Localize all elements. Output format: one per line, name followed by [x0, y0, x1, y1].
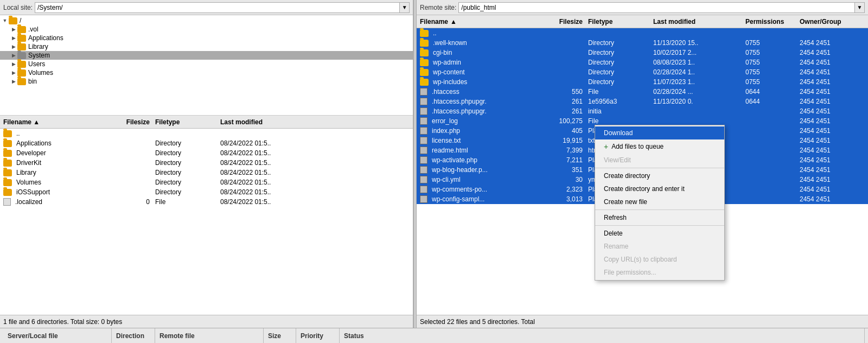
- folder-icon-iossupport: [3, 189, 12, 196]
- remote-file-row-wpadmin[interactable]: wp-admin Directory 08/08/2023 1.. 0755 2…: [417, 58, 868, 67]
- local-file-row-developer[interactable]: Developer Directory 08/24/2022 01:5..: [0, 148, 413, 158]
- tree-item-library[interactable]: ▶ Library: [0, 42, 413, 51]
- tree-toggle-applications[interactable]: ▶: [10, 34, 17, 42]
- local-col-filetype[interactable]: Filetype: [155, 118, 220, 126]
- ctx-item-create-file[interactable]: Create new file: [595, 195, 724, 208]
- transfer-bar: Server/Local file Direction Remote file …: [0, 328, 868, 343]
- remote-col-filename[interactable]: Filename ▲: [420, 18, 545, 26]
- file-icon-errorlog: [420, 117, 427, 125]
- folder-icon-driverkit: [3, 160, 12, 167]
- remote-col-lastmod[interactable]: Last modified: [653, 18, 745, 26]
- remote-file-row-htaccess[interactable]: .htaccess 550 File 02/28/2024 ... 0644 2…: [417, 87, 868, 97]
- file-icon-wpconfigsample: [420, 195, 427, 203]
- local-col-filesize[interactable]: Filesize: [112, 118, 155, 126]
- folder-icon-system: [17, 52, 26, 59]
- file-icon-licensetxt: [420, 137, 427, 144]
- folder-icon-remote-parent: [420, 30, 429, 37]
- main-container: Local site: ▼ ▼ / ▶ .vol: [0, 0, 868, 343]
- ctx-item-delete[interactable]: Delete: [595, 227, 724, 240]
- remote-file-row-htaccess-phpupgr1[interactable]: .htaccess.phpupgr. 261 1e5956a3 11/13/20…: [417, 97, 868, 106]
- ctx-item-add-to-queue[interactable]: + Add files to queue: [595, 139, 724, 154]
- remote-file-row-parent[interactable]: ..: [417, 28, 868, 38]
- transfer-col-remote: Remote file: [155, 328, 264, 343]
- remote-file-row-htaccess-phpupgr2[interactable]: .htaccess.phpupgr. 261 initia 2454 2451: [417, 106, 868, 116]
- local-file-row-applications[interactable]: Applications Directory 08/24/2022 01:5..: [0, 138, 413, 148]
- local-file-row-parent[interactable]: ..: [0, 129, 413, 138]
- tree-toggle-system[interactable]: ▶: [10, 52, 17, 59]
- tree-item-users[interactable]: ▶ Users: [0, 60, 413, 68]
- remote-file-row-wpcontent[interactable]: wp-content Directory 02/28/2024 1.. 0755…: [417, 67, 868, 77]
- ctx-item-view-edit: View/Edit: [595, 154, 724, 167]
- tree-label-applications: Applications: [28, 34, 63, 42]
- ctx-item-create-dir[interactable]: Create directory: [595, 169, 724, 182]
- tree-toggle-bin[interactable]: ▶: [10, 78, 17, 85]
- remote-file-row-cgibin[interactable]: cgi-bin Directory 10/02/2017 2... 0755 2…: [417, 48, 868, 58]
- ctx-item-file-perms: File permissions...: [595, 266, 724, 279]
- local-col-lastmod[interactable]: Last modified: [220, 118, 410, 126]
- folder-icon-volumes-file: [3, 179, 12, 186]
- tree-item-applications[interactable]: ▶ Applications: [0, 34, 413, 42]
- folder-icon-cgibin: [420, 49, 429, 56]
- folder-icon-wpincludes: [420, 79, 429, 86]
- tree-label-vol: .vol: [28, 26, 39, 33]
- folder-icon-wellknown: [420, 40, 429, 47]
- file-icon-htaccess-phpupgr1: [420, 98, 427, 105]
- plus-icon: +: [604, 142, 608, 151]
- local-panel: Local site: ▼ ▼ / ▶ .vol: [0, 0, 413, 328]
- context-menu: Download + Add files to queue View/Edit …: [595, 125, 725, 281]
- tree-toggle-vol[interactable]: ▶: [10, 26, 17, 33]
- ctx-sep3: [595, 225, 724, 226]
- folder-icon-applications-file: [3, 140, 12, 147]
- remote-site-path[interactable]: [458, 2, 855, 13]
- tree-toggle-root[interactable]: ▼: [1, 17, 9, 24]
- file-icon-wpactivate: [420, 156, 427, 164]
- tree-label-users: Users: [28, 60, 45, 68]
- remote-file-row-wpincludes[interactable]: wp-includes Directory 11/07/2023 1.. 075…: [417, 77, 868, 87]
- transfer-col-status: Status: [340, 328, 865, 343]
- remote-file-row-wellknown[interactable]: .well-known Directory 11/13/2020 15.. 07…: [417, 38, 868, 48]
- remote-col-filetype[interactable]: Filetype: [588, 18, 653, 26]
- remote-site-bar: Remote site: ▼: [417, 0, 868, 15]
- local-file-row-iossupport[interactable]: iOSSupport Directory 08/24/2022 01:5..: [0, 187, 413, 197]
- tree-item-volumes[interactable]: ▶ Volumes: [0, 68, 413, 77]
- file-icon-localized: [3, 198, 11, 206]
- transfer-col-direction: Direction: [112, 328, 155, 343]
- tree-toggle-library[interactable]: ▶: [10, 43, 17, 50]
- local-file-list-header: Filename ▲ Filesize Filetype Last modifi…: [0, 116, 413, 129]
- remote-col-permissions[interactable]: Permissions: [745, 18, 800, 26]
- remote-file-list-header: Filename ▲ Filesize Filetype Last modifi…: [417, 15, 868, 28]
- local-status-bar: 1 file and 6 directories. Total size: 0 …: [0, 315, 413, 328]
- tree-toggle-users[interactable]: ▶: [10, 60, 17, 68]
- tree-label-bin: bin: [28, 78, 37, 85]
- tree-item-root[interactable]: ▼ /: [0, 16, 413, 25]
- tree-item-system[interactable]: ▶ System: [0, 51, 413, 60]
- local-site-label: Local site:: [3, 4, 33, 11]
- local-col-filename[interactable]: Filename ▲: [3, 118, 112, 126]
- ctx-item-create-dir-enter[interactable]: Create directory and enter it: [595, 182, 724, 195]
- folder-icon-applications: [17, 35, 26, 42]
- local-site-dropdown-btn[interactable]: ▼: [400, 2, 410, 13]
- tree-item-vol[interactable]: ▶ .vol: [0, 25, 413, 34]
- folder-icon-vol: [17, 26, 26, 33]
- transfer-col-server: Server/Local file: [3, 328, 112, 343]
- local-tree: ▼ / ▶ .vol ▶ Applications: [0, 15, 413, 116]
- remote-col-filesize[interactable]: Filesize: [545, 18, 588, 26]
- file-icon-wpcomments: [420, 186, 427, 193]
- file-icon-htaccess-phpupgr2: [420, 107, 427, 115]
- local-file-row-library[interactable]: Library Directory 08/24/2022 01:5..: [0, 168, 413, 177]
- local-file-row-driverkit[interactable]: DriverKit Directory 08/24/2022 01:5..: [0, 158, 413, 168]
- remote-site-dropdown-btn[interactable]: ▼: [855, 2, 865, 13]
- remote-col-owner[interactable]: Owner/Group: [800, 18, 865, 26]
- local-file-row-volumes[interactable]: Volumes Directory 08/24/2022 01:5..: [0, 177, 413, 187]
- folder-icon-root: [9, 17, 17, 24]
- ctx-item-download[interactable]: Download: [595, 126, 724, 139]
- tree-toggle-volumes[interactable]: ▶: [10, 69, 17, 77]
- folder-icon-volumes: [17, 69, 26, 77]
- local-site-path[interactable]: [35, 2, 400, 13]
- ctx-item-copy-url: Copy URL(s) to clipboard: [595, 253, 724, 266]
- folder-icon-library-file: [3, 169, 12, 176]
- tree-item-bin[interactable]: ▶ bin: [0, 77, 413, 86]
- ctx-item-refresh[interactable]: Refresh: [595, 211, 724, 224]
- folder-icon-wpadmin: [420, 59, 429, 66]
- local-file-row-localized[interactable]: .localized 0 File 08/24/2022 01:5..: [0, 197, 413, 207]
